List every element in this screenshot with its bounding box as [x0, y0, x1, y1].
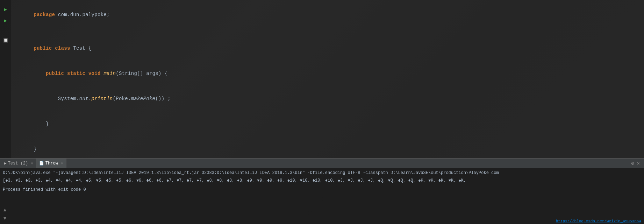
keyword-public-1: public	[34, 46, 52, 51]
code-editor: package com.dun.palypoke; public class T…	[11, 0, 644, 168]
keyword-public-2: public	[46, 71, 64, 76]
package-path: com.dun.palypoke;	[55, 12, 110, 18]
method-main: main	[103, 71, 116, 76]
gutter-run-icon-2[interactable]: ▶	[3, 17, 8, 22]
code-line-3: public class Test {	[15, 36, 640, 61]
gutter-run-icon-1[interactable]: ▶	[3, 6, 8, 11]
tab-test2[interactable]: ▶ Test (2) ✕	[1, 159, 36, 168]
settings-close-icon[interactable]: ✕	[637, 160, 640, 166]
code-line-2	[15, 27, 640, 36]
console-scroll-down-icon[interactable]: ▼	[3, 216, 6, 221]
gutter-bookmark-icon[interactable]: 🔲	[3, 36, 8, 42]
editor-container: ▶ ▶ 🔲 package com.dun.palypoke; public c…	[0, 0, 644, 168]
code-line-1: package com.dun.palypoke;	[15, 2, 640, 27]
tab-doc-icon: 📄	[39, 161, 44, 166]
tab-settings-area: ⚙ ✕	[631, 160, 643, 166]
csdn-url-link[interactable]: https://blog.csdn.net/weixin_45053664	[556, 219, 641, 223]
keyword-void: void	[88, 71, 101, 76]
keyword-static: static	[67, 71, 85, 76]
field-out: out	[79, 96, 88, 102]
method-makepoke: makePoke	[131, 96, 156, 102]
code-line-4: public static void main(String[] args) {	[15, 61, 640, 86]
keyword-class: class	[55, 46, 70, 51]
method-println: println	[92, 96, 113, 102]
exit-code-text: Process finished with exit code 0	[3, 187, 86, 192]
console-scroll-up-icon[interactable]: ▲	[3, 207, 6, 213]
console-panel: D:\JDK\bin\java.exe "-javaagent:D:\Idea\…	[0, 168, 644, 224]
tab-test2-close[interactable]: ✕	[31, 161, 33, 166]
console-exit-message: Process finished with exit code 0	[0, 185, 644, 195]
console-bottom-bar: https://blog.csdn.net/weixin_45053664	[0, 218, 644, 224]
code-line-5: System.out.println(Poke.makePoke()) ;	[15, 86, 640, 111]
settings-gear-icon[interactable]: ⚙	[631, 160, 634, 166]
tab-throw-close[interactable]: ✕	[61, 161, 63, 166]
tab-throw[interactable]: 📄 Throw ✕	[36, 159, 66, 168]
bottom-tabs-bar: ▶ Test (2) ✕ 📄 Throw ✕ ⚙ ✕	[0, 158, 644, 168]
console-left-icons: ▲ ▼	[0, 168, 10, 224]
tab-run-icon: ▶	[4, 161, 7, 166]
keyword-package: package	[34, 12, 55, 18]
console-command-line: D:\JDK\bin\java.exe "-javaagent:D:\Idea\…	[0, 168, 644, 176]
tab-throw-label: Throw	[45, 161, 58, 166]
code-line-6: }	[15, 111, 640, 136]
tab-test2-label: Test (2)	[8, 161, 28, 166]
editor-gutter: ▶ ▶ 🔲	[0, 0, 11, 168]
console-output-line: [♠3, ♥3, ♣3, ♦3, ♠4, ♥4, ♣4, ♦4, ♠5, ♥5,…	[0, 176, 644, 185]
